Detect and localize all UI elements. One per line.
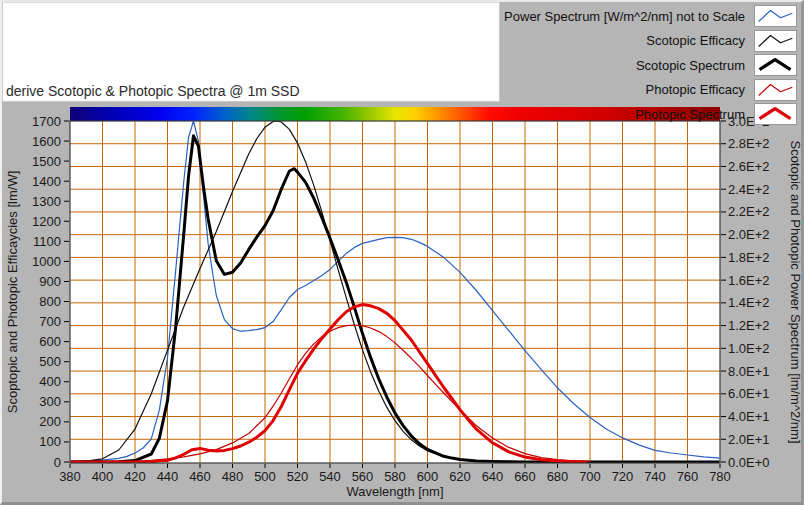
left-axis-title: Scoptopic and Photopic Efficaycies [lm/W… [5, 171, 20, 414]
svg-text:720: 720 [612, 469, 634, 484]
svg-text:2.4E+2: 2.4E+2 [728, 182, 770, 197]
svg-text:0.0E+0: 0.0E+0 [728, 455, 770, 470]
legend-line-sample-icon[interactable] [754, 5, 797, 27]
svg-text:760: 760 [677, 469, 699, 484]
svg-text:660: 660 [514, 469, 536, 484]
legend-label: Photopic Efficacy [646, 82, 745, 97]
svg-text:1.4E+2: 1.4E+2 [728, 295, 770, 310]
legend-label: Scotopic Spectrum [636, 58, 745, 73]
svg-text:780: 780 [709, 469, 731, 484]
x-axis-labels: 3804004204404604805005205405605806006206… [59, 469, 731, 484]
legend-item-power-spectrum[interactable]: Power Spectrum [W/m^2/nm] not to Scale [504, 5, 797, 28]
svg-text:2.2E+2: 2.2E+2 [728, 204, 770, 219]
svg-text:500: 500 [39, 354, 61, 369]
svg-text:1300: 1300 [32, 194, 61, 209]
svg-text:2.8E+2: 2.8E+2 [728, 136, 770, 151]
svg-text:300: 300 [39, 394, 61, 409]
svg-text:1.8E+2: 1.8E+2 [728, 250, 770, 265]
svg-text:480: 480 [222, 469, 244, 484]
svg-text:460: 460 [189, 469, 211, 484]
left-axis-ticks [64, 121, 69, 462]
svg-text:1600: 1600 [32, 134, 61, 149]
right-axis-title: Scotopic and Photopic Power Spectrum [lm… [788, 140, 803, 443]
svg-text:1000: 1000 [32, 254, 61, 269]
legend-label: Photopic Spectrum [635, 107, 745, 122]
legend-line-sample-icon[interactable] [754, 103, 797, 125]
svg-text:1.6E+2: 1.6E+2 [728, 273, 770, 288]
svg-text:600: 600 [417, 469, 439, 484]
svg-text:380: 380 [59, 469, 81, 484]
legend-item-photopic-spectrum[interactable]: Photopic Spectrum [635, 103, 797, 126]
svg-text:600: 600 [39, 334, 61, 349]
svg-text:800: 800 [39, 294, 61, 309]
svg-text:540: 540 [319, 469, 341, 484]
svg-text:400: 400 [39, 374, 61, 389]
svg-text:680: 680 [547, 469, 569, 484]
svg-text:2.0E+1: 2.0E+1 [728, 432, 770, 447]
svg-text:2.0E+2: 2.0E+2 [728, 227, 770, 242]
right-axis-labels: 0.0E+02.0E+14.0E+16.0E+18.0E+11.0E+21.2E… [728, 114, 770, 470]
svg-text:1500: 1500 [32, 154, 61, 169]
svg-text:6.0E+1: 6.0E+1 [728, 386, 770, 401]
svg-text:1100: 1100 [33, 234, 61, 249]
svg-text:0: 0 [54, 455, 61, 470]
svg-text:900: 900 [39, 274, 61, 289]
svg-text:1.2E+2: 1.2E+2 [728, 318, 770, 333]
page-title: derive Scotopic & Photopic Spectra @ 1m … [6, 83, 300, 99]
title-panel: derive Scotopic & Photopic Spectra @ 1m … [2, 2, 500, 102]
svg-text:560: 560 [352, 469, 374, 484]
legend-item-photopic-efficacy[interactable]: Photopic Efficacy [646, 79, 797, 102]
svg-text:420: 420 [124, 469, 146, 484]
svg-text:700: 700 [579, 469, 601, 484]
svg-text:640: 640 [482, 469, 504, 484]
legend-item-scotopic-efficacy[interactable]: Scotopic Efficacy [646, 30, 797, 53]
x-axis-title: Wavelength [nm] [346, 484, 443, 499]
svg-text:1200: 1200 [32, 214, 61, 229]
legend-label: Power Spectrum [W/m^2/nm] not to Scale [504, 9, 745, 24]
svg-text:620: 620 [449, 469, 471, 484]
svg-text:8.0E+1: 8.0E+1 [728, 364, 770, 379]
x-axis-ticks [70, 464, 720, 468]
svg-text:740: 740 [644, 469, 666, 484]
svg-text:1400: 1400 [32, 174, 61, 189]
svg-text:100: 100 [39, 434, 61, 449]
svg-text:1.0E+2: 1.0E+2 [728, 341, 770, 356]
left-axis-labels: 0100200300400500600700800900100011001200… [32, 114, 61, 470]
svg-text:4.0E+1: 4.0E+1 [728, 409, 770, 424]
legend-label: Scotopic Efficacy [646, 33, 745, 48]
svg-text:580: 580 [384, 469, 406, 484]
svg-text:1700: 1700 [32, 114, 61, 129]
graph-window: 0100200300400500600700800900100011001200… [0, 0, 804, 505]
svg-text:2.6E+2: 2.6E+2 [728, 159, 770, 174]
legend-item-scotopic-spectrum[interactable]: Scotopic Spectrum [636, 54, 797, 77]
svg-text:400: 400 [92, 469, 114, 484]
svg-text:500: 500 [254, 469, 276, 484]
svg-text:200: 200 [39, 414, 61, 429]
svg-text:700: 700 [39, 314, 61, 329]
legend-line-sample-icon[interactable] [754, 54, 797, 76]
legend-line-sample-icon[interactable] [754, 30, 797, 52]
svg-text:520: 520 [287, 469, 309, 484]
plot-legend: Power Spectrum [W/m^2/nm] not to ScaleSc… [504, 5, 797, 128]
legend-line-sample-icon[interactable] [754, 79, 797, 101]
svg-text:440: 440 [157, 469, 179, 484]
right-axis-ticks [721, 121, 726, 462]
